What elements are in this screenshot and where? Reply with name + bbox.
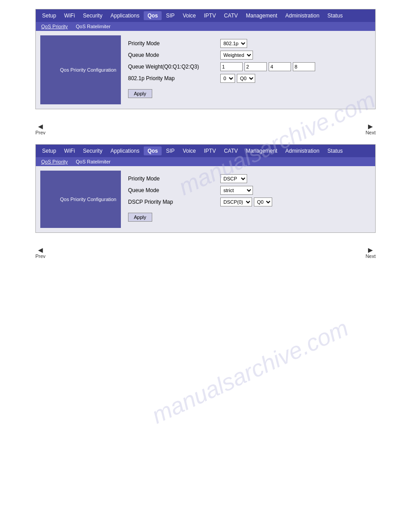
section-title-2: Qos Priority Configuration bbox=[40, 171, 121, 228]
form-row-apply-2: Apply bbox=[128, 209, 364, 222]
nav-iptv-2[interactable]: IPTV bbox=[200, 146, 219, 155]
form-row-priority-mode-1: Priority Mode 802.1p DSCP bbox=[128, 39, 364, 48]
control-priority-mode-2: DSCP 802.1p bbox=[220, 174, 247, 183]
label-queue-mode-2: Queue Mode bbox=[128, 187, 218, 193]
nav-wifi-2[interactable]: WiFi bbox=[60, 146, 78, 155]
select-queue-mode-2[interactable]: strict Weighted bbox=[220, 186, 253, 195]
next-label-1: Next bbox=[365, 130, 376, 135]
nav-voice-1[interactable]: Voice bbox=[179, 11, 199, 20]
sub-nav-1: QoS Priority QoS Ratelimiter bbox=[36, 22, 375, 31]
nav-security-2[interactable]: Security bbox=[79, 146, 106, 155]
control-queue-mode-2: strict Weighted bbox=[220, 186, 253, 195]
control-queue-mode-1: Weighted strict bbox=[220, 51, 253, 60]
next-label-2: Next bbox=[365, 253, 376, 259]
form-row-map-1: 802.1p Priority Map 0 1 2 3 Q0 Q1 Q2 Q bbox=[128, 74, 364, 83]
nav-wifi-1[interactable]: WiFi bbox=[60, 11, 78, 20]
nav-status-2[interactable]: Status bbox=[324, 146, 346, 155]
form-row-priority-mode-2: Priority Mode DSCP 802.1p bbox=[128, 174, 364, 183]
next-nav-2[interactable]: ▶ Next bbox=[365, 246, 376, 259]
subnav-qos-priority-2[interactable]: QoS Priority bbox=[39, 159, 69, 165]
label-queue-mode-1: Queue Mode bbox=[128, 52, 218, 58]
label-map-1: 802.1p Priority Map bbox=[128, 75, 218, 82]
watermark-2: manualsarchive.com bbox=[148, 314, 353, 429]
form-col-2: Priority Mode DSCP 802.1p Queue Mode str… bbox=[121, 171, 371, 228]
apply-button-1[interactable]: Apply bbox=[128, 89, 152, 98]
nav-management-1[interactable]: Management bbox=[242, 11, 281, 20]
next-arrow-1: ▶ bbox=[368, 123, 373, 130]
page-nav-2: ◀ Prev ▶ Next bbox=[35, 246, 376, 259]
apply-button-2[interactable]: Apply bbox=[128, 213, 152, 222]
input-q0-1[interactable] bbox=[220, 62, 243, 71]
label-priority-mode-1: Priority Mode bbox=[128, 40, 218, 47]
next-arrow-2: ▶ bbox=[368, 246, 373, 253]
nav-bar-1: Setup WiFi Security Applications Qos SIP… bbox=[36, 9, 375, 22]
nav-voice-2[interactable]: Voice bbox=[179, 146, 199, 155]
subnav-qos-ratelimiter-1[interactable]: QoS Ratelimiter bbox=[74, 23, 112, 30]
nav-sip-1[interactable]: SIP bbox=[163, 11, 178, 20]
nav-administration-1[interactable]: Administration bbox=[282, 11, 323, 20]
select-priority-mode-1[interactable]: 802.1p DSCP bbox=[220, 39, 247, 48]
panel-2: Setup WiFi Security Applications Qos SIP… bbox=[35, 144, 376, 233]
form-row-queue-mode-1: Queue Mode Weighted strict bbox=[128, 51, 364, 60]
nav-setup-2[interactable]: Setup bbox=[39, 146, 60, 155]
input-q2-1[interactable] bbox=[269, 62, 291, 71]
nav-setup-1[interactable]: Setup bbox=[39, 11, 60, 20]
prev-label-2: Prev bbox=[35, 253, 46, 259]
nav-sip-2[interactable]: SIP bbox=[163, 146, 178, 155]
select-dscp-val1-2[interactable]: DSCP(0) DSCP(1) DSCP(2) bbox=[220, 197, 252, 206]
nav-qos-1[interactable]: Qos bbox=[144, 11, 161, 20]
nav-applications-1[interactable]: Applications bbox=[107, 11, 143, 20]
select-map-val2-1[interactable]: Q0 Q1 Q2 Q3 bbox=[237, 74, 255, 83]
nav-applications-2[interactable]: Applications bbox=[107, 146, 143, 155]
next-nav-1[interactable]: ▶ Next bbox=[365, 123, 376, 135]
panel-1: Setup WiFi Security Applications Qos SIP… bbox=[35, 9, 376, 109]
prev-arrow-1: ◀ bbox=[38, 123, 43, 130]
nav-status-1[interactable]: Status bbox=[324, 11, 346, 20]
nav-catv-1[interactable]: CATV bbox=[220, 11, 241, 20]
control-dscp-map-2: DSCP(0) DSCP(1) DSCP(2) Q0 Q1 Q2 Q3 bbox=[220, 197, 272, 206]
form-col-1: Priority Mode 802.1p DSCP Queue Mode Wei… bbox=[121, 35, 371, 104]
form-row-apply-1: Apply bbox=[128, 86, 364, 98]
subnav-qos-priority-1[interactable]: QoS Priority bbox=[39, 23, 69, 30]
select-dscp-val2-2[interactable]: Q0 Q1 Q2 Q3 bbox=[254, 197, 272, 206]
control-priority-mode-1: 802.1p DSCP bbox=[220, 39, 247, 48]
prev-nav-2[interactable]: ◀ Prev bbox=[35, 246, 46, 259]
label-queue-weight-1: Queue Weight(Q0:Q1:Q2:Q3) bbox=[128, 64, 218, 70]
select-queue-mode-1[interactable]: Weighted strict bbox=[220, 51, 253, 60]
label-priority-mode-2: Priority Mode bbox=[128, 176, 218, 182]
select-map-val1-1[interactable]: 0 1 2 3 bbox=[220, 74, 235, 83]
label-dscp-map-2: DSCP Priority Map bbox=[128, 199, 218, 205]
content-area-1: Qos Priority Configuration Priority Mode… bbox=[36, 31, 375, 109]
control-queue-weight-1 bbox=[220, 62, 315, 71]
nav-administration-2[interactable]: Administration bbox=[282, 146, 323, 155]
prev-arrow-2: ◀ bbox=[38, 246, 43, 253]
nav-iptv-1[interactable]: IPTV bbox=[200, 11, 219, 20]
prev-nav-1[interactable]: ◀ Prev bbox=[35, 123, 46, 135]
form-row-dscp-map-2: DSCP Priority Map DSCP(0) DSCP(1) DSCP(2… bbox=[128, 197, 364, 206]
page-nav-1: ◀ Prev ▶ Next bbox=[35, 123, 376, 135]
nav-catv-2[interactable]: CATV bbox=[220, 146, 241, 155]
select-priority-mode-2[interactable]: DSCP 802.1p bbox=[220, 174, 247, 183]
input-q1-1[interactable] bbox=[244, 62, 267, 71]
nav-qos-2[interactable]: Qos bbox=[144, 146, 161, 155]
subnav-qos-ratelimiter-2[interactable]: QoS Ratelimiter bbox=[74, 159, 112, 165]
section-title-1: Qos Priority Configuration bbox=[40, 35, 121, 104]
nav-bar-2: Setup WiFi Security Applications Qos SIP… bbox=[36, 145, 375, 157]
content-area-2: Qos Priority Configuration Priority Mode… bbox=[36, 166, 375, 232]
form-row-queue-weight-1: Queue Weight(Q0:Q1:Q2:Q3) bbox=[128, 62, 364, 71]
input-q3-1[interactable] bbox=[293, 62, 315, 71]
control-map-1: 0 1 2 3 Q0 Q1 Q2 Q3 bbox=[220, 74, 255, 83]
sub-nav-2: QoS Priority QoS Ratelimiter bbox=[36, 157, 375, 166]
prev-label-1: Prev bbox=[35, 130, 46, 135]
nav-management-2[interactable]: Management bbox=[242, 146, 281, 155]
nav-security-1[interactable]: Security bbox=[79, 11, 106, 20]
form-row-queue-mode-2: Queue Mode strict Weighted bbox=[128, 186, 364, 195]
